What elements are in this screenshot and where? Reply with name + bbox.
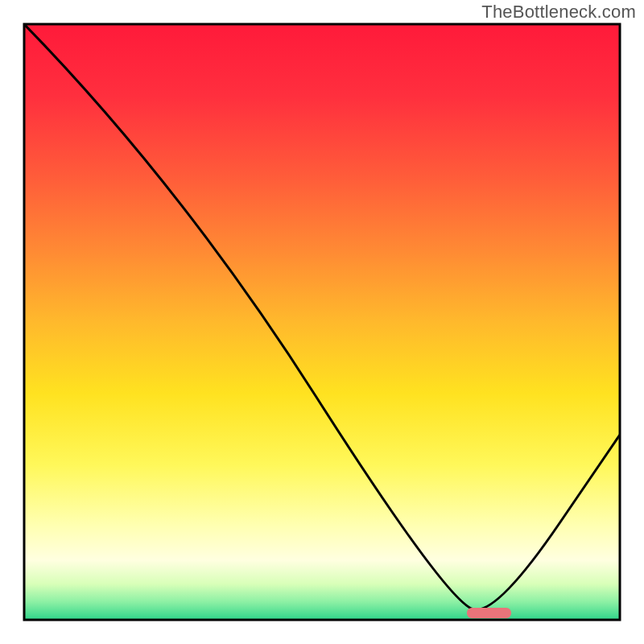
minimum-marker: [467, 608, 511, 618]
gradient-background: [24, 24, 620, 620]
bottleneck-chart: TheBottleneck.com: [0, 0, 644, 644]
watermark-text: TheBottleneck.com: [481, 2, 636, 23]
chart-svg: [0, 0, 644, 644]
